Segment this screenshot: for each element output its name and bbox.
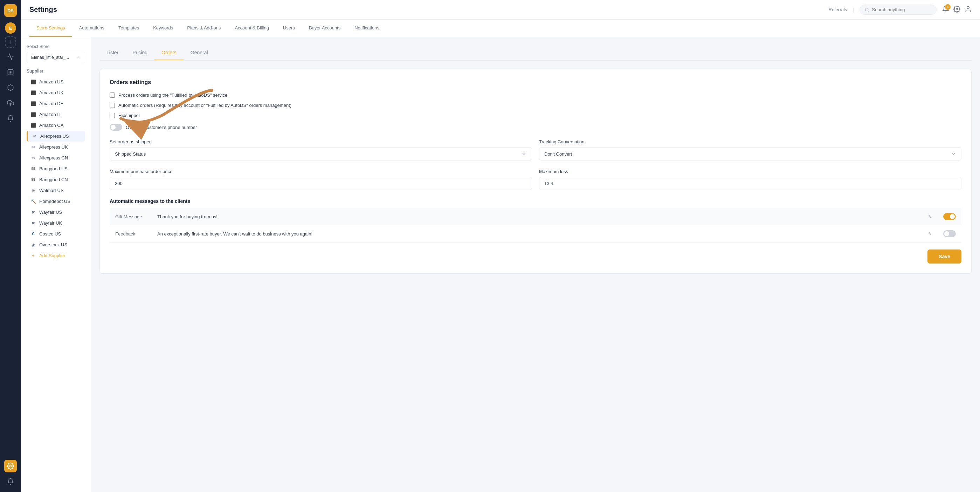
sidebar-item-imports[interactable] bbox=[4, 97, 17, 109]
message-label-feedback: Feedback bbox=[110, 225, 152, 242]
max-loss-input[interactable] bbox=[539, 177, 961, 190]
main-content: Lister Pricing Orders General Orders set… bbox=[91, 37, 980, 492]
supplier-item-homedepot-us[interactable]: 🔨 Homedepot US bbox=[27, 196, 85, 207]
form-group-max-loss: Maximum loss bbox=[539, 169, 961, 190]
topnav: Settings Referrals | 6 bbox=[21, 0, 980, 20]
feedback-toggle[interactable] bbox=[943, 230, 956, 237]
supplier-item-amazon-us[interactable]: ⬛ Amazon US bbox=[27, 76, 85, 87]
supplier-item-amazon-de[interactable]: ⬛ Amazon DE bbox=[27, 98, 85, 109]
supplier-item-wayfair-us[interactable]: ✖ Wayfair US bbox=[27, 207, 85, 218]
amazon-icon: ⬛ bbox=[30, 101, 37, 106]
supplier-name: Amazon DE bbox=[39, 101, 64, 106]
svg-point-8 bbox=[865, 8, 868, 11]
save-button[interactable]: Save bbox=[928, 250, 961, 264]
select-store-label: Select Store bbox=[27, 44, 85, 49]
max-purchase-input[interactable] bbox=[110, 177, 532, 190]
supplier-item-add[interactable]: + Add Supplier bbox=[27, 250, 85, 261]
toggle-row-phone: Override customer's phone number bbox=[110, 124, 961, 131]
add-button[interactable] bbox=[5, 37, 16, 48]
inner-tab-pricing[interactable]: Pricing bbox=[126, 46, 154, 60]
supplier-item-walmart-us[interactable]: ✳ Walmart US bbox=[27, 185, 85, 196]
sidebar-item-products[interactable] bbox=[4, 81, 17, 94]
store-select[interactable]: Elenas_little_star_... bbox=[27, 52, 85, 63]
content-area: Select Store Elenas_little_star_... Supp… bbox=[21, 37, 980, 492]
sidebar-item-messages[interactable] bbox=[4, 112, 17, 125]
aliexpress-icon: ✉ bbox=[30, 156, 37, 161]
left-panel: Select Store Elenas_little_star_... Supp… bbox=[21, 37, 91, 492]
checkbox-row-hipshipper: Hipshipper bbox=[110, 113, 961, 118]
checkbox-hipshipper[interactable] bbox=[110, 113, 115, 118]
max-purchase-label: Maximum purchase order price bbox=[110, 169, 532, 174]
notifications-icon[interactable]: 6 bbox=[942, 6, 949, 14]
walmart-icon: ✳ bbox=[30, 188, 37, 193]
tab-keywords[interactable]: Keywords bbox=[146, 20, 180, 37]
supplier-name: Amazon IT bbox=[39, 112, 61, 117]
store-name: Elenas_little_star_... bbox=[31, 55, 69, 60]
inner-tab-lister[interactable]: Lister bbox=[99, 46, 126, 60]
topnav-icons: 6 bbox=[942, 6, 972, 14]
user-icon[interactable] bbox=[964, 6, 972, 14]
supplier-item-costco-us[interactable]: C Costco US bbox=[27, 228, 85, 239]
settings-icon[interactable] bbox=[953, 6, 960, 14]
supplier-item-aliexpress-us[interactable]: ✉ Aliexpress US bbox=[27, 131, 85, 142]
supplier-name: Banggood US bbox=[39, 166, 68, 171]
tracking-label: Tracking Conversation bbox=[539, 139, 961, 144]
message-edit-feedback[interactable]: ✎ bbox=[923, 225, 938, 242]
supplier-item-amazon-it[interactable]: ⬛ Amazon IT bbox=[27, 109, 85, 120]
tab-automations[interactable]: Automations bbox=[72, 20, 111, 37]
supplier-item-wayfair-uk[interactable]: ✖ Wayfair UK bbox=[27, 218, 85, 228]
form-group-tracking: Tracking Conversation Don't Convert bbox=[539, 139, 961, 161]
svg-point-11 bbox=[967, 6, 969, 9]
supplier-item-aliexpress-cn[interactable]: ✉ Aliexpress CN bbox=[27, 153, 85, 163]
tab-users[interactable]: Users bbox=[276, 20, 302, 37]
inner-tab-orders[interactable]: Orders bbox=[154, 46, 183, 60]
supplier-item-banggood-us[interactable]: 99 Banggood US bbox=[27, 163, 85, 174]
supplier-item-amazon-uk[interactable]: ⬛ Amazon UK bbox=[27, 87, 85, 98]
supplier-name: Costco US bbox=[39, 231, 61, 237]
tab-notifications[interactable]: Notifications bbox=[347, 20, 386, 37]
sidebar-item-activity[interactable] bbox=[4, 51, 17, 63]
inner-tab-nav: Lister Pricing Orders General bbox=[99, 46, 972, 61]
message-text-gift: Thank you for buying from us! bbox=[152, 208, 923, 225]
inner-tab-general[interactable]: General bbox=[183, 46, 215, 60]
sidebar-item-notifications[interactable] bbox=[4, 475, 17, 488]
referrals-link[interactable]: Referrals bbox=[829, 7, 847, 12]
wayfair-icon: ✖ bbox=[30, 221, 37, 226]
notification-count: 6 bbox=[945, 4, 951, 10]
checkbox-fulfilled-label[interactable]: Process orders using the "Fulfilled by A… bbox=[118, 92, 228, 98]
gift-message-toggle[interactable] bbox=[943, 213, 956, 220]
banggood-icon: 99 bbox=[30, 167, 37, 170]
phone-override-toggle[interactable] bbox=[110, 124, 122, 131]
message-edit-gift[interactable]: ✎ bbox=[923, 208, 938, 225]
tab-store-settings[interactable]: Store Settings bbox=[29, 20, 72, 37]
sidebar-item-orders[interactable] bbox=[4, 66, 17, 78]
supplier-item-banggood-cn[interactable]: 99 Banggood CN bbox=[27, 174, 85, 185]
checkbox-automatic-label[interactable]: Automatic orders (Requires buy account o… bbox=[118, 103, 291, 108]
supplier-name: Amazon CA bbox=[39, 123, 64, 128]
sidebar: DS E bbox=[0, 0, 21, 492]
supplier-name: Wayfair US bbox=[39, 210, 62, 215]
tab-templates[interactable]: Templates bbox=[111, 20, 146, 37]
supplier-item-overstock-us[interactable]: ◉ Overstock US bbox=[27, 239, 85, 250]
set-order-select[interactable]: Shipped Status bbox=[110, 147, 532, 161]
form-row-price-loss: Maximum purchase order price Maximum los… bbox=[110, 169, 961, 190]
search-input[interactable] bbox=[872, 7, 931, 12]
tracking-select[interactable]: Don't Convert bbox=[539, 147, 961, 161]
amazon-icon: ⬛ bbox=[30, 123, 37, 128]
supplier-name: Walmart US bbox=[39, 188, 64, 193]
checkbox-row-automatic: Automatic orders (Requires buy account o… bbox=[110, 103, 961, 108]
tab-account-billing[interactable]: Account & Billing bbox=[228, 20, 276, 37]
avatar[interactable]: E bbox=[5, 22, 16, 33]
checkbox-fulfilled[interactable] bbox=[110, 92, 115, 98]
tab-plans-addons[interactable]: Plans & Add-ons bbox=[180, 20, 228, 37]
supplier-item-aliexpress-uk[interactable]: ✉ Aliexpress UK bbox=[27, 142, 85, 153]
checkbox-hipshipper-label[interactable]: Hipshipper bbox=[118, 113, 140, 118]
wayfair-icon: ✖ bbox=[30, 210, 37, 215]
supplier-name: Wayfair UK bbox=[39, 220, 62, 226]
sidebar-item-settings[interactable] bbox=[4, 460, 17, 472]
checkbox-automatic[interactable] bbox=[110, 103, 115, 108]
supplier-name: Aliexpress CN bbox=[39, 155, 68, 161]
supplier-item-amazon-ca[interactable]: ⬛ Amazon CA bbox=[27, 120, 85, 131]
overstock-icon: ◉ bbox=[30, 242, 37, 247]
tab-buyer-accounts[interactable]: Buyer Accounts bbox=[302, 20, 347, 37]
